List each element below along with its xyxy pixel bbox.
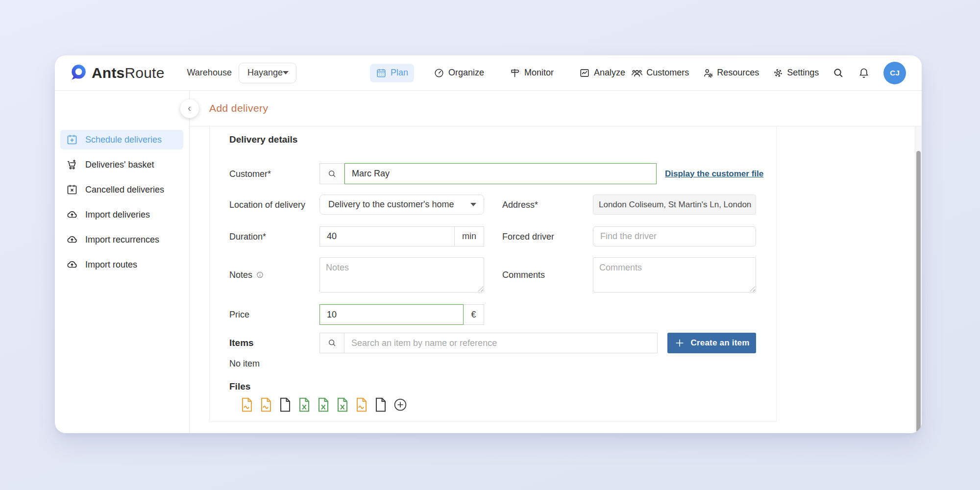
items-row: Items Create an item xyxy=(210,333,776,353)
customers-group-icon xyxy=(631,68,643,78)
calendar-plus-icon xyxy=(66,134,78,146)
price-input[interactable] xyxy=(319,304,464,325)
tab-monitor[interactable]: Monitor xyxy=(504,64,560,82)
brand-name: AntsRoute xyxy=(92,65,165,81)
person-gear-icon xyxy=(703,68,713,78)
warehouse-select[interactable]: Hayange xyxy=(239,63,296,83)
cloud-upload-icon xyxy=(66,259,78,270)
duration-label: Duration* xyxy=(229,231,266,242)
antsroute-logo-icon xyxy=(69,64,87,82)
location-address-row: Location of delivery Delivery to the cus… xyxy=(210,195,776,215)
gear-icon xyxy=(773,68,784,78)
items-label: Items xyxy=(229,338,254,348)
sidebar-item-import-routes[interactable]: Import routes xyxy=(60,255,183,274)
search-icon xyxy=(319,333,344,353)
duration-input[interactable] xyxy=(319,226,455,246)
app-window: AntsRoute Warehouse Hayange Plan xyxy=(55,55,922,433)
no-item-text: No item xyxy=(229,359,260,369)
location-label: Location of delivery xyxy=(229,199,305,210)
sidebar-item-import-deliveries[interactable]: Import deliveries xyxy=(60,205,183,224)
back-button[interactable] xyxy=(180,99,199,118)
chevron-down-icon xyxy=(470,203,476,206)
page-header: Add delivery xyxy=(190,91,922,126)
tab-plan[interactable]: Plan xyxy=(370,64,414,82)
customer-label: Customer* xyxy=(229,169,271,179)
comments-label: Comments xyxy=(502,270,545,280)
image-file-icon[interactable] xyxy=(355,397,368,412)
calendar-x-icon xyxy=(66,184,78,196)
chevron-down-icon xyxy=(283,71,289,74)
avatar[interactable]: CJ xyxy=(883,62,906,84)
calendar-icon xyxy=(376,68,387,78)
create-item-button[interactable]: Create an item xyxy=(667,333,756,353)
xls-file-icon[interactable] xyxy=(298,397,311,412)
nav-settings[interactable]: Settings xyxy=(773,68,819,78)
section-title: Delivery details xyxy=(229,134,297,145)
doc-file-icon[interactable] xyxy=(279,397,292,412)
add-file-icon[interactable] xyxy=(393,398,407,412)
doc-file-icon[interactable] xyxy=(374,397,387,412)
item-search-input[interactable] xyxy=(344,333,658,353)
files-row xyxy=(241,397,407,412)
forced-driver-input[interactable] xyxy=(593,226,756,246)
brand-logo[interactable]: AntsRoute xyxy=(69,64,165,82)
signpost-icon xyxy=(510,68,520,78)
address-label: Address* xyxy=(502,199,538,210)
location-select[interactable]: Delivery to the customer's home xyxy=(319,195,484,215)
page-title: Add delivery xyxy=(209,102,268,114)
duration-unit: min xyxy=(455,226,484,246)
scrollbar-track[interactable] xyxy=(915,126,922,433)
info-icon xyxy=(256,271,264,279)
cart-plus-icon xyxy=(66,159,78,171)
address-field: London Coliseum, St Martin's Ln, London xyxy=(593,195,756,215)
price-row: Price € xyxy=(210,304,776,325)
gauge-icon xyxy=(434,68,444,78)
sidebar-item-schedule-deliveries[interactable]: Schedule deliveries xyxy=(60,130,183,149)
scrollbar-thumb[interactable] xyxy=(916,151,921,433)
nav-customers[interactable]: Customers xyxy=(631,68,689,78)
forced-driver-label: Forced driver xyxy=(502,231,554,242)
navbar-right: Customers Resources Settings xyxy=(631,62,906,84)
customer-row: Customer* Display the customer file xyxy=(210,163,776,184)
image-file-icon[interactable] xyxy=(241,397,253,412)
search-icon xyxy=(319,163,344,184)
tab-organize[interactable]: Organize xyxy=(428,64,490,82)
main-nav-tabs: Plan Organize Monitor xyxy=(370,64,631,82)
chart-icon xyxy=(579,68,590,78)
warehouse-label: Warehouse xyxy=(187,68,232,78)
duration-driver-row: Duration* min Forced driver xyxy=(210,226,776,246)
bell-icon[interactable] xyxy=(858,67,870,79)
top-navbar: AntsRoute Warehouse Hayange Plan xyxy=(55,55,922,91)
xls-file-icon[interactable] xyxy=(317,397,330,412)
nav-resources[interactable]: Resources xyxy=(703,68,759,78)
customer-input[interactable] xyxy=(344,163,657,184)
image-file-icon[interactable] xyxy=(260,397,272,412)
cloud-upload-icon xyxy=(66,234,78,245)
delivery-form-panel: Delivery details Customer* Display the c… xyxy=(209,126,777,422)
sidebar-item-import-recurrences[interactable]: Import recurrences xyxy=(60,230,183,249)
price-label: Price xyxy=(229,310,249,320)
search-icon[interactable] xyxy=(833,67,844,79)
display-customer-file-link[interactable]: Display the customer file xyxy=(665,169,763,179)
sidebar: Schedule deliveries Deliveries' basket C… xyxy=(55,91,190,433)
notes-label: Notes xyxy=(229,270,264,280)
sidebar-item-cancelled-deliveries[interactable]: Cancelled deliveries xyxy=(60,180,183,199)
notes-comments-row: Notes Comments xyxy=(210,257,776,293)
comments-textarea[interactable] xyxy=(593,257,756,293)
notes-textarea[interactable] xyxy=(319,257,484,293)
price-currency: € xyxy=(464,304,484,325)
files-label: Files xyxy=(229,381,250,392)
xls-file-icon[interactable] xyxy=(336,397,349,412)
tab-analyze[interactable]: Analyze xyxy=(573,64,631,82)
sidebar-item-deliveries-basket[interactable]: Deliveries' basket xyxy=(60,155,183,174)
chevron-left-icon xyxy=(186,105,194,113)
cloud-upload-icon xyxy=(66,209,78,220)
plus-icon xyxy=(674,338,685,348)
